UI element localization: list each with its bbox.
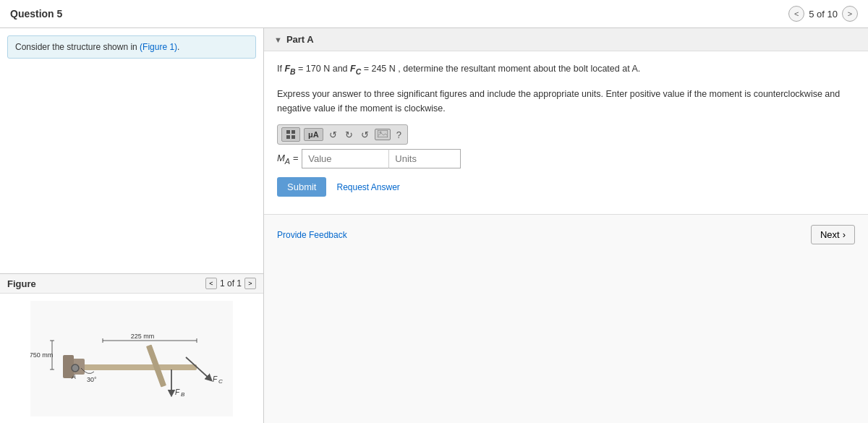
prev-question-button[interactable]: < — [788, 6, 804, 22]
next-button[interactable]: Next › — [811, 225, 855, 244]
redo-button[interactable]: ↻ — [343, 129, 355, 141]
figure-section: Figure < 1 of 1 > — [0, 273, 263, 423]
info-text: Consider the structure shown in — [15, 42, 140, 52]
figure-link[interactable]: (Figure 1) — [140, 42, 177, 52]
part-a-header: ▼ Part A — [264, 28, 868, 51]
fb-value: = 170 N — [298, 64, 330, 74]
problem-instruction: Express your answer to three significant… — [277, 87, 855, 116]
problem-rest: , determine the resultant moment about t… — [398, 64, 640, 74]
mu-button[interactable]: μA — [304, 128, 323, 141]
feedback-row: Provide Feedback Next › — [264, 215, 868, 255]
svg-rect-1 — [74, 364, 197, 370]
svg-rect-0 — [30, 301, 233, 416]
question-label: Question — [10, 8, 54, 20]
svg-text:C: C — [218, 378, 223, 385]
provide-feedback-link[interactable]: Provide Feedback — [277, 230, 347, 240]
figure-image-area: 225 mm 750 mm 30° F B F C — [0, 294, 263, 423]
answer-label: MA = — [277, 153, 298, 166]
mu-label: μA — [308, 130, 319, 139]
info-end: . — [177, 42, 179, 52]
answer-row: MA = — [277, 149, 855, 168]
units-input[interactable] — [388, 149, 461, 168]
image-button[interactable] — [375, 129, 391, 140]
request-answer-link[interactable]: Request Answer — [336, 182, 399, 192]
undo-button[interactable]: ↺ — [327, 129, 339, 141]
problem-statement: If FB = 170 N and FC = 245 N , determine… — [277, 61, 855, 78]
figure-title: Figure — [7, 278, 36, 289]
problem-and: and — [333, 64, 350, 74]
figure-svg: 225 mm 750 mm 30° F B F C — [30, 301, 233, 416]
part-a-body: If FB = 170 N and FC = 245 N , determine… — [264, 51, 868, 214]
svg-text:F: F — [175, 388, 180, 396]
refresh-button[interactable]: ↺ — [359, 129, 371, 141]
svg-rect-27 — [378, 130, 388, 137]
figure-header: Figure < 1 of 1 > — [0, 274, 263, 294]
part-a-section: ▼ Part A If FB = 170 N and FC = 245 N , … — [264, 28, 868, 215]
svg-text:750 mm: 750 mm — [30, 351, 53, 359]
svg-rect-26 — [292, 135, 295, 139]
help-button[interactable]: ? — [394, 129, 404, 141]
next-label: Next — [820, 229, 840, 240]
svg-rect-25 — [286, 135, 290, 139]
svg-text:B: B — [181, 391, 185, 398]
svg-text:A: A — [71, 373, 76, 380]
main-layout: Consider the structure shown in (Figure … — [0, 28, 868, 423]
submit-button[interactable]: Submit — [277, 177, 326, 197]
next-question-button[interactable]: > — [842, 6, 858, 22]
svg-text:F: F — [213, 375, 218, 383]
top-bar: Question 5 < 5 of 10 > — [0, 0, 868, 28]
figure-prev-button[interactable]: < — [205, 278, 217, 289]
question-title: Question 5 — [10, 8, 62, 20]
svg-rect-23 — [286, 130, 290, 134]
problem-if: If — [277, 64, 284, 74]
input-toolbar: μA ↺ ↻ ↺ ? — [277, 124, 408, 145]
value-input[interactable] — [302, 149, 388, 168]
svg-text:225 mm: 225 mm — [131, 333, 155, 340]
grid-icon — [286, 129, 296, 140]
question-progress: 5 of 10 — [809, 9, 838, 20]
figure-count: 1 of 1 — [220, 278, 242, 289]
grid-button[interactable] — [281, 127, 300, 142]
right-panel: ▼ Part A If FB = 170 N and FC = 245 N , … — [264, 28, 868, 423]
problem-info-box: Consider the structure shown in (Figure … — [7, 35, 256, 59]
fb-label: FB — [284, 64, 295, 74]
next-chevron-icon: › — [843, 229, 846, 240]
nav-controls: < 5 of 10 > — [788, 6, 858, 22]
fc-label: FC — [350, 64, 361, 74]
action-row: Submit Request Answer — [277, 177, 855, 197]
figure-nav: < 1 of 1 > — [205, 278, 256, 289]
svg-point-5 — [72, 364, 79, 372]
fc-value: = 245 N — [364, 64, 396, 74]
part-a-label: Part A — [286, 34, 314, 45]
svg-text:30°: 30° — [87, 376, 97, 383]
figure-next-button[interactable]: > — [244, 278, 256, 289]
question-number: 5 — [57, 8, 63, 20]
left-panel: Consider the structure shown in (Figure … — [0, 28, 264, 423]
image-icon — [378, 130, 388, 137]
part-a-toggle[interactable]: ▼ — [274, 35, 282, 44]
svg-rect-24 — [292, 130, 295, 134]
